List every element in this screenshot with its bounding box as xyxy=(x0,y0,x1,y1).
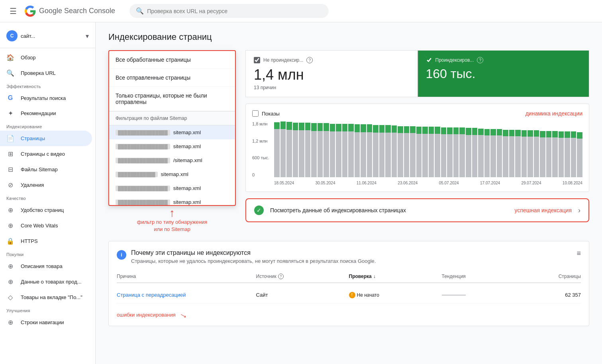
sitemap-item-2[interactable]: ████████████████ /sitemap.xml xyxy=(109,153,235,167)
sidebar-item-page-experience[interactable]: ⊕ Удобство страниц xyxy=(0,202,92,218)
chart-bar-gray-32 xyxy=(472,135,478,177)
indexed-value: 160 тыс. xyxy=(426,67,581,81)
source-info-icon[interactable]: ? xyxy=(278,274,284,279)
not-indexed-checkbox[interactable] xyxy=(254,57,260,63)
site-selector[interactable]: С сайт... ▾ xyxy=(0,25,95,46)
chart-bar-group-26 xyxy=(435,121,440,177)
row-reason-0[interactable]: Страница с переадресацией xyxy=(117,292,256,298)
sidebar-item-merchant-data[interactable]: ⊕ Данные о товарах прод... xyxy=(0,274,92,290)
sitemap-blur-3: ████████████ xyxy=(116,172,158,177)
cwv-icon: ⊕ xyxy=(6,222,14,229)
sidebar-label-video-pages: Страницы с видео xyxy=(21,151,65,157)
sidebar-item-url-check[interactable]: 🔍 Проверка URL xyxy=(0,65,92,81)
chart-section: Показы динамика индексации 1,8 млн 1,2 м… xyxy=(245,104,589,192)
filter-dropdown[interactable]: Все обработанные страницы Все отправленн… xyxy=(108,50,236,206)
sidebar-section-improvements: Улучшения xyxy=(0,305,95,315)
table-row-0[interactable]: Страница с переадресацией Сайт ! Не нача… xyxy=(117,286,581,303)
not-indexed-value: 1,4 млн xyxy=(254,67,409,83)
sidebar-item-sitemap[interactable]: ⊟ Файлы Sitemap xyxy=(0,162,92,177)
filter-option-all-submitted[interactable]: Все отправленные страницы xyxy=(109,69,235,87)
chart-bar-group-49 xyxy=(577,121,582,177)
sitemap-blur-0: ████████████████ xyxy=(116,130,170,135)
chart-bar-gray-30 xyxy=(459,134,465,177)
col-header-trend: Тенденция xyxy=(442,274,535,279)
error-filter-icon[interactable]: ≡ xyxy=(577,249,581,258)
google-logo-icon xyxy=(25,6,36,17)
indexed-row[interactable]: ✓ Посмотреть данные об индексированных с… xyxy=(245,198,589,222)
chart-bar-green-35 xyxy=(490,129,496,135)
sidebar-item-search-results[interactable]: G Результаты поиска xyxy=(0,90,92,106)
sidebar-item-product-desc[interactable]: ⊕ Описания товара xyxy=(0,258,92,274)
chart-bar-gray-9 xyxy=(330,131,335,177)
sidebar-item-recommendations[interactable]: ✦ Рекомендации xyxy=(0,106,92,121)
chart-bar-green-5 xyxy=(305,123,311,130)
top-section: Все обработанные страницы Все отправленн… xyxy=(108,50,589,233)
sidebar-item-nav-strings[interactable]: ⊕ Строки навигации xyxy=(0,315,92,330)
sidebar-item-removals[interactable]: ⊘ Удаления xyxy=(0,177,92,193)
not-indexed-label: Не проиндексир... xyxy=(263,57,303,63)
col-header-check[interactable]: Проверка ↓ xyxy=(349,274,442,279)
sitemap-item-1[interactable]: ████████████████ sitemap.xml xyxy=(109,139,235,153)
chart-bar-green-11 xyxy=(342,124,348,131)
chart-bar-gray-38 xyxy=(509,136,515,177)
chart-bar-green-20 xyxy=(398,126,403,133)
app-logo: Google Search Console xyxy=(25,6,115,17)
chart-annotation: динамика индексации xyxy=(526,110,582,117)
filter-annotation-arrow: ↑ xyxy=(108,207,236,219)
chart-bar-group-39 xyxy=(515,121,521,177)
y-label-1: 1,2 млн xyxy=(252,139,272,143)
y-label-0: 1,8 млн xyxy=(252,121,272,126)
sidebar-item-core-web-vitals[interactable]: ⊕ Core Web Vitals xyxy=(0,218,92,233)
indexed-info-icon[interactable]: ? xyxy=(477,57,483,63)
sidebar-label-overview: Обзор xyxy=(21,55,36,61)
filter-sitemap-list[interactable]: ████████████████ sitemap.xml ███████████… xyxy=(109,125,235,205)
source-label: Источник xyxy=(256,274,276,279)
sidebar-label-nav-strings: Строки навигации xyxy=(21,319,64,325)
indexed-checkbox[interactable] xyxy=(426,57,432,63)
sitemap-item-5[interactable]: ████████████████ sitemap.xml xyxy=(109,195,235,205)
stat-card-indexed: Проиндексиров... ? 160 тыс. xyxy=(418,50,590,97)
removals-icon: ⊘ xyxy=(6,181,14,189)
chart-bar-green-10 xyxy=(336,124,341,131)
filter-option-all-processed[interactable]: Все обработанные страницы xyxy=(109,51,235,69)
menu-icon[interactable]: ☰ xyxy=(6,3,20,19)
stat-not-indexed-header: Не проиндексир... ? xyxy=(254,57,409,63)
chart-bar-gray-49 xyxy=(577,139,582,177)
chart-y-labels: 1,8 млн 1,2 млн 600 тыс. 0 xyxy=(252,121,272,177)
sidebar-item-merchant-tab[interactable]: ◇ Товары на вкладке "По..." xyxy=(0,290,92,305)
sitemap-name-2: /sitemap.xml xyxy=(173,157,202,163)
x-label-7: 10.08.2024 xyxy=(563,181,582,185)
sidebar-item-overview[interactable]: 🏠 Обзор xyxy=(0,50,92,65)
chart-bar-group-46 xyxy=(559,121,564,177)
sidebar-label-sitemap: Файлы Sitemap xyxy=(21,166,58,172)
search-bar[interactable]: 🔍 xyxy=(129,4,329,18)
chart-bar-gray-48 xyxy=(571,138,577,177)
chart-bar-gray-29 xyxy=(453,134,459,177)
sitemap-item-3[interactable]: ████████████ sitemap.xml xyxy=(109,167,235,181)
sidebar-item-https[interactable]: 🔒 HTTPS xyxy=(0,233,92,249)
chart-bar-green-17 xyxy=(379,125,385,133)
row-pages-0: 62 357 xyxy=(535,292,581,298)
sidebar-item-video-pages[interactable]: ⊞ Страницы с видео xyxy=(0,146,92,162)
warning-dot: ! xyxy=(349,292,355,298)
chart-bar-green-29 xyxy=(453,127,459,135)
search-input[interactable] xyxy=(147,8,322,14)
filter-option-not-submitted[interactable]: Только страницы, которые не были отправл… xyxy=(109,87,235,111)
chart-bar-green-0 xyxy=(274,122,280,129)
not-indexed-info-icon[interactable]: ? xyxy=(306,57,313,63)
chart-bar-gray-5 xyxy=(305,130,311,177)
chart-bar-group-29 xyxy=(453,121,459,177)
merchant-data-icon: ⊕ xyxy=(6,278,14,286)
chart-bar-group-25 xyxy=(429,121,434,177)
sidebar-label-pages: Страницы xyxy=(21,135,45,141)
sidebar-item-pages[interactable]: 📄 Страницы xyxy=(0,131,92,146)
sitemap-item-4[interactable]: ████████████████ sitemap.xml xyxy=(109,181,235,195)
sitemap-name-5: sitemap.xml xyxy=(173,199,201,205)
chart-bar-group-12 xyxy=(348,121,354,177)
chart-bar-gray-12 xyxy=(348,131,354,177)
chart-bar-green-8 xyxy=(324,123,329,131)
home-icon: 🏠 xyxy=(6,54,14,61)
sitemap-item-0[interactable]: ████████████████ sitemap.xml xyxy=(109,125,235,139)
chart-bar-gray-33 xyxy=(478,135,484,177)
shows-checkbox[interactable] xyxy=(252,110,259,117)
